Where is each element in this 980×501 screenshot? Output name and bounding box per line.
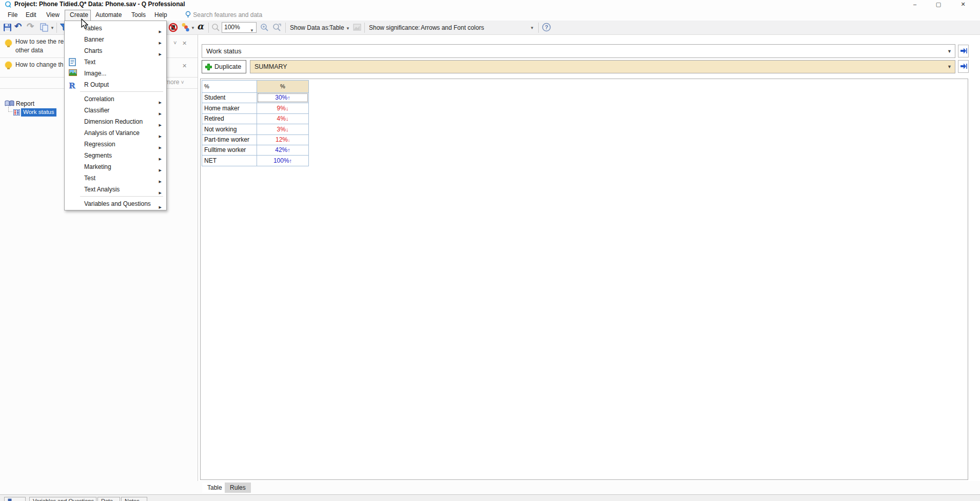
maximize-button[interactable]: ▢ — [931, 0, 946, 9]
tree-item-work-status[interactable]: Work status — [21, 108, 56, 117]
bottom-tab-notes[interactable]: Notes — [121, 497, 147, 501]
cell-percentage: 12% — [276, 136, 288, 143]
close-button[interactable]: ✕ — [955, 0, 971, 9]
column-header-rows[interactable]: % — [202, 80, 257, 93]
alpha-icon[interactable]: α — [197, 21, 204, 31]
create-menu-item-correlation[interactable]: Correlation▶ — [65, 93, 166, 105]
menu-file[interactable]: File — [6, 10, 19, 20]
menu-item-label: Banner — [84, 34, 104, 45]
chevron-down-icon[interactable]: ▼ — [947, 64, 952, 69]
copy-icon[interactable] — [40, 23, 49, 32]
bottom-tab-icon-only[interactable] — [4, 497, 26, 501]
hint-close-icon[interactable]: ✕ — [182, 40, 187, 47]
undo-icon[interactable]: ↶ — [14, 21, 22, 32]
copy-dropdown-arrow[interactable]: ▼ — [50, 26, 54, 30]
table-row-label[interactable]: Home maker — [202, 103, 257, 114]
significance-down-arrow-icon: ↓ — [288, 138, 290, 143]
table-row-label[interactable]: Not working — [202, 124, 257, 135]
create-menu-item-charts[interactable]: Charts▶ — [65, 45, 166, 56]
hint-1-line-2[interactable]: other data — [15, 47, 43, 54]
cell-percentage: 4% — [277, 115, 286, 122]
help-icon[interactable]: ? — [542, 23, 551, 32]
significance-down-arrow-icon: ↓ — [286, 126, 289, 132]
block-significance-icon[interactable] — [168, 23, 178, 32]
r-output-icon: R — [69, 81, 77, 89]
table-cell-value[interactable]: 3%↓ — [257, 124, 309, 135]
create-menu-item-banner[interactable]: Banner▶ — [65, 34, 166, 45]
hint-2-line-1[interactable]: How to change th — [15, 61, 63, 68]
tab-rules[interactable]: Rules — [225, 483, 251, 493]
table-cell-value[interactable]: 42%↑ — [257, 145, 309, 156]
tab-table[interactable]: Table — [202, 483, 227, 493]
table-row-label[interactable]: Part-time worker — [202, 134, 257, 145]
create-menu-item-tables[interactable]: Tables▶ — [65, 23, 166, 34]
significance-up-arrow-icon: ↑ — [287, 147, 290, 153]
show-data-as-value: Table — [329, 24, 344, 31]
table-cell-value[interactable]: 30%↑ — [257, 92, 309, 103]
menu-automate[interactable]: Automate — [93, 10, 124, 20]
svg-text:?: ? — [545, 24, 548, 30]
create-menu-item-classifier[interactable]: Classifier▶ — [65, 105, 166, 116]
minimize-button[interactable]: – — [907, 0, 923, 9]
create-menu-item-test[interactable]: Test▶ — [65, 172, 166, 184]
question-go-button[interactable] — [958, 45, 969, 57]
column-header-values[interactable]: % — [257, 80, 309, 93]
bottom-tab-variables-and-questions[interactable]: Variables and Questions — [29, 497, 96, 501]
hint-expand-chevron-icon[interactable]: ˅ — [173, 40, 177, 46]
zoom-out-icon[interactable] — [211, 23, 220, 32]
zoom-level-combobox[interactable]: 100% ▼ — [222, 22, 257, 33]
table-row-label[interactable]: NET — [202, 155, 257, 166]
selected-cell-outline — [258, 93, 308, 102]
show-data-as-dropdown[interactable]: Table ▼ — [329, 24, 350, 31]
create-menu-item-text[interactable]: Text — [65, 56, 166, 68]
highlight-dropdown-arrow[interactable]: ▼ — [191, 26, 195, 30]
table-cell-value[interactable]: 100%↑ — [257, 155, 309, 166]
significance-up-arrow-icon: ↑ — [289, 158, 292, 164]
mouse-cursor — [81, 18, 89, 30]
create-menu-item-text-analysis[interactable]: Text Analysis▶ — [65, 184, 166, 195]
table-cell-value[interactable]: 4%↓ — [257, 113, 309, 124]
table-row-label[interactable]: Retired — [202, 113, 257, 124]
banner-combobox[interactable]: SUMMARY ▼ — [250, 60, 955, 73]
table-cell-value[interactable]: 9%↓ — [257, 103, 309, 114]
bottom-tab-data[interactable]: Data — [97, 497, 120, 501]
menu-edit[interactable]: Edit — [24, 10, 38, 20]
highlight-results-icon[interactable] — [181, 23, 190, 32]
hints-more-link[interactable]: more ˅ — [165, 79, 184, 86]
create-menu-item-variables-and-questions[interactable]: Variables and Questions▶ — [65, 198, 166, 209]
redo-icon[interactable]: ↷ — [27, 21, 34, 32]
report-tab-icon — [8, 498, 12, 501]
banner-go-button[interactable] — [958, 60, 969, 73]
table-row-label[interactable]: Student — [202, 92, 257, 103]
create-menu-item-marketing[interactable]: Marketing▶ — [65, 161, 166, 172]
table-cell-value[interactable]: 12%↓ — [257, 134, 309, 145]
question-combobox[interactable]: Work status ▼ — [202, 44, 955, 58]
banner-value: SUMMARY — [250, 61, 955, 73]
create-menu-item-image[interactable]: Image... — [65, 68, 166, 79]
tree-root-report[interactable]: Report — [16, 100, 34, 107]
duplicate-button[interactable]: Duplicate — [202, 60, 246, 73]
zoom-selection-icon[interactable] — [272, 23, 282, 32]
show-significance-dropdown[interactable]: Arrows and Font colors ▼ — [421, 24, 537, 31]
menu-help[interactable]: Help — [152, 10, 169, 20]
menu-item-label: Text — [84, 56, 95, 68]
hint-1-line-1[interactable]: How to see the re — [15, 38, 64, 45]
zoom-in-icon[interactable] — [260, 23, 269, 32]
save-icon[interactable] — [3, 23, 12, 32]
hint-close-icon[interactable]: ✕ — [182, 63, 187, 69]
search-bulb-icon — [185, 11, 191, 18]
plus-icon — [205, 64, 212, 70]
feature-search[interactable]: Search features and data — [185, 11, 262, 18]
create-menu-item-r-output[interactable]: RR Output — [65, 79, 166, 90]
menu-view[interactable]: View — [44, 10, 62, 20]
create-menu-item-segments[interactable]: Segments▶ — [65, 150, 166, 161]
report-book-icon — [5, 100, 14, 107]
create-menu-item-dimension-reduction[interactable]: Dimension Reduction▶ — [65, 116, 166, 127]
cell-percentage: 9% — [277, 105, 286, 112]
chevron-down-icon[interactable]: ▼ — [947, 49, 952, 54]
menu-tools[interactable]: Tools — [129, 10, 148, 20]
toolbar-separator — [538, 23, 539, 33]
table-row-label[interactable]: Fulltime worker — [202, 145, 257, 156]
create-menu-item-analysis-of-variance[interactable]: Analysis of Variance▶ — [65, 127, 166, 139]
create-menu-item-regression[interactable]: Regression▶ — [65, 139, 166, 150]
